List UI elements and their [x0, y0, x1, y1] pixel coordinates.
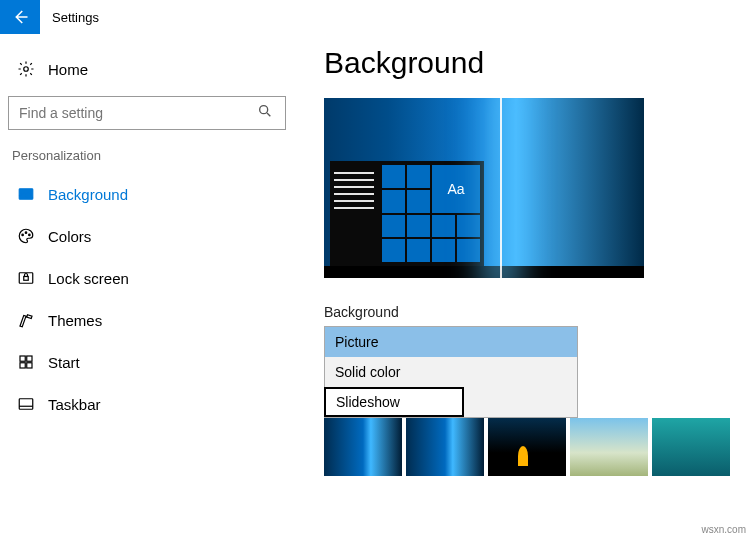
dropdown-option-slideshow[interactable]: Slideshow — [324, 387, 464, 417]
themes-icon — [12, 311, 40, 329]
thumbnail[interactable] — [652, 418, 730, 476]
lockscreen-icon — [12, 269, 40, 287]
nav-home[interactable]: Home — [8, 48, 286, 90]
gear-icon — [12, 60, 40, 78]
desktop-preview: Aa — [324, 98, 644, 278]
svg-rect-11 — [27, 363, 32, 368]
svg-rect-6 — [19, 273, 33, 284]
nav-item-label: Background — [48, 186, 128, 203]
preview-startmenu: Aa — [330, 161, 484, 266]
svg-rect-10 — [20, 363, 25, 368]
sidebar-category: Personalization — [12, 148, 286, 163]
watermark: wsxn.com — [702, 524, 746, 535]
picture-thumbnails — [324, 418, 730, 476]
nav-background[interactable]: Background — [8, 173, 286, 215]
page-heading: Background — [324, 46, 730, 80]
nav-home-label: Home — [48, 61, 88, 78]
svg-rect-12 — [19, 399, 33, 410]
svg-rect-8 — [20, 356, 25, 361]
arrow-left-icon — [11, 8, 29, 26]
preview-sample-tile: Aa — [432, 165, 480, 213]
background-dropdown-label: Background — [324, 304, 730, 320]
svg-point-1 — [260, 106, 268, 114]
svg-point-5 — [29, 234, 31, 236]
nav-start[interactable]: Start — [8, 341, 286, 383]
preview-taskbar — [324, 266, 644, 278]
nav-item-label: Lock screen — [48, 270, 129, 287]
background-dropdown[interactable]: Picture Solid color Slideshow — [324, 326, 578, 418]
nav-taskbar[interactable]: Taskbar — [8, 383, 286, 425]
thumbnail[interactable] — [324, 418, 402, 476]
thumbnail[interactable] — [570, 418, 648, 476]
taskbar-icon — [12, 395, 40, 413]
nav-item-label: Colors — [48, 228, 91, 245]
start-icon — [12, 353, 40, 371]
svg-rect-7 — [24, 277, 29, 281]
thumbnail[interactable] — [406, 418, 484, 476]
sidebar: Home Personalization Background Colors — [0, 34, 294, 537]
thumbnail[interactable] — [488, 418, 566, 476]
nav-colors[interactable]: Colors — [8, 215, 286, 257]
picture-icon — [12, 185, 40, 203]
nav-item-label: Themes — [48, 312, 102, 329]
svg-point-4 — [25, 232, 27, 234]
svg-point-3 — [22, 234, 24, 236]
svg-point-0 — [24, 67, 29, 72]
dropdown-option-picture[interactable]: Picture — [325, 327, 577, 357]
search-box[interactable] — [8, 96, 286, 130]
back-button[interactable] — [0, 0, 40, 34]
nav-themes[interactable]: Themes — [8, 299, 286, 341]
nav-item-label: Taskbar — [48, 396, 101, 413]
main-content: Background Aa Background Picture — [294, 34, 750, 537]
nav-item-label: Start — [48, 354, 80, 371]
svg-rect-9 — [27, 356, 32, 361]
dropdown-option-solidcolor[interactable]: Solid color — [325, 357, 577, 387]
search-input[interactable] — [19, 105, 257, 121]
palette-icon — [12, 227, 40, 245]
search-icon — [257, 103, 275, 123]
window-title: Settings — [52, 10, 99, 25]
nav-lockscreen[interactable]: Lock screen — [8, 257, 286, 299]
